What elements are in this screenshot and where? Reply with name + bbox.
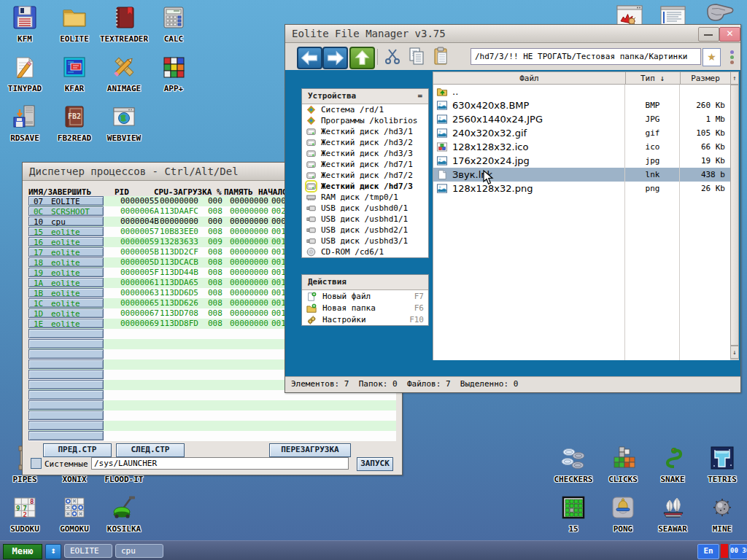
process-kill-button[interactable] bbox=[28, 370, 104, 379]
desktop-icon-kfar[interactable]: KFAR bbox=[50, 54, 99, 93]
paste-button[interactable] bbox=[431, 46, 452, 66]
language-indicator[interactable]: En bbox=[697, 544, 719, 559]
cut-button[interactable] bbox=[382, 46, 403, 66]
devices-panel-header[interactable]: Устройства = bbox=[302, 89, 428, 104]
desktop-icon-tetris[interactable]: TETRIS bbox=[697, 445, 747, 484]
scrollbar-thumb[interactable] bbox=[730, 85, 739, 346]
next-page-button[interactable]: СЛЕД.СТР bbox=[116, 443, 185, 457]
device-item[interactable]: USB диск /usbhd2/1 bbox=[302, 225, 428, 236]
process-kill-button[interactable]: 17eolite bbox=[28, 247, 104, 257]
menu-button[interactable]: Меню bbox=[3, 544, 42, 559]
device-item[interactable]: Программы /kolibrios bbox=[302, 115, 428, 126]
desktop-icon-textreader[interactable]: TEXTREADER bbox=[99, 4, 149, 44]
process-kill-button[interactable] bbox=[28, 339, 104, 349]
process-kill-button[interactable] bbox=[28, 431, 104, 440]
process-kill-button[interactable] bbox=[28, 411, 104, 420]
process-kill-button[interactable] bbox=[28, 359, 104, 369]
desktop-icon-app-[interactable]: APP+ bbox=[149, 54, 198, 93]
desktop-icon-checkers[interactable]: CHECKERS bbox=[549, 445, 598, 484]
up-button[interactable] bbox=[349, 47, 375, 69]
process-kill-button[interactable] bbox=[28, 380, 104, 389]
device-item[interactable]: USB диск /usbhd3/1 bbox=[302, 236, 428, 246]
device-item[interactable]: Жесткий диск /hd7/1 bbox=[302, 159, 428, 170]
desktop-icon-15[interactable]: 15 bbox=[549, 494, 598, 534]
device-item[interactable]: USB диск /usbhd1/1 bbox=[302, 214, 428, 225]
desktop-icon-eolite[interactable]: EOLITE bbox=[50, 4, 99, 44]
process-kill-button[interactable]: 07EOLITE bbox=[28, 196, 104, 206]
column-size[interactable]: Размер bbox=[680, 74, 731, 83]
scroll-up-button[interactable]: ↑ bbox=[730, 71, 739, 85]
device-item[interactable]: RAM диск /tmp0/1 bbox=[302, 192, 428, 203]
desktop-icon-kosilka[interactable]: KOSILKA bbox=[99, 494, 149, 534]
desktop-icon-partial[interactable] bbox=[700, 0, 738, 26]
action-item[interactable]: НастройкиF10 bbox=[302, 314, 428, 325]
desktop-icon-animage[interactable]: ANIMAGE bbox=[99, 54, 149, 93]
process-kill-button[interactable] bbox=[28, 400, 104, 410]
file-row[interactable]: .. bbox=[433, 85, 731, 98]
process-kill-button[interactable]: 16eolite bbox=[28, 237, 104, 246]
collapse-icon[interactable]: = bbox=[417, 89, 422, 104]
eolite-titlebar[interactable]: Eolite File Manager v3.75 ✕ bbox=[285, 25, 740, 43]
desktop-icon-fb2read[interactable]: FB2FB2READ bbox=[50, 104, 99, 143]
file-row[interactable]: Звук.lnklnk438 b bbox=[433, 168, 731, 182]
device-item[interactable]: Жесткий диск /hd3/2 bbox=[302, 137, 428, 148]
desktop-icon-tinypad[interactable]: TINYPAD bbox=[0, 54, 50, 93]
process-kill-button[interactable]: 10cpu bbox=[28, 217, 104, 226]
process-kill-button[interactable]: 1Deolite bbox=[28, 308, 104, 318]
copy-button[interactable] bbox=[406, 46, 427, 66]
process-kill-button[interactable] bbox=[28, 421, 104, 430]
desktop-icon-clicks[interactable]: CLICKS bbox=[598, 445, 648, 484]
process-kill-button[interactable]: 1Eeolite bbox=[28, 319, 104, 328]
forward-button[interactable] bbox=[322, 47, 348, 69]
desktop-icon-sudoku[interactable]: 8972SUDOKU bbox=[0, 494, 50, 534]
file-row[interactable]: 128x128x32.icoico66 Kb bbox=[433, 140, 731, 154]
desktop-icon-pong[interactable]: PONG bbox=[598, 494, 648, 534]
prev-page-button[interactable]: ПРЕД.СТР bbox=[43, 443, 112, 457]
clock[interactable]: 00 36 bbox=[729, 544, 747, 559]
device-item[interactable]: Жесткий диск /hd7/3 bbox=[302, 181, 428, 192]
scroll-down-button[interactable]: ↓ bbox=[730, 346, 739, 359]
minimize-all-button[interactable]: ↕ bbox=[45, 544, 61, 559]
action-item[interactable]: Новая папкаF6 bbox=[302, 302, 428, 314]
file-row[interactable]: 630x420x8.BMPBMP260 Kb bbox=[433, 98, 731, 112]
process-kill-button[interactable]: 1Aeolite bbox=[28, 278, 104, 287]
process-kill-button[interactable]: 0CSCRSHOOT bbox=[28, 206, 104, 216]
minimize-button[interactable] bbox=[698, 27, 719, 42]
device-item[interactable]: Жесткий диск /hd3/3 bbox=[302, 148, 428, 159]
run-button[interactable]: ЗАПУСК bbox=[357, 457, 393, 471]
menu-dots-button[interactable] bbox=[729, 49, 735, 65]
task-button-cpu[interactable]: cpu bbox=[115, 544, 163, 558]
process-kill-button[interactable]: 19eolite bbox=[28, 268, 104, 277]
process-kill-button[interactable] bbox=[28, 349, 104, 359]
action-item[interactable]: Новый файлF7 bbox=[302, 290, 428, 302]
file-row[interactable]: 240x320x32.gifgif105 Kb bbox=[433, 126, 731, 140]
device-item[interactable]: Система /rd/1 bbox=[302, 104, 428, 115]
reboot-button[interactable]: ПЕРЕЗАГРУЗКА bbox=[269, 443, 351, 457]
desktop-icon-snake[interactable]: SNAKE bbox=[648, 445, 697, 484]
desktop-icon-webview[interactable]: WEBVIEW bbox=[99, 104, 149, 143]
desktop-icon-gomoku[interactable]: GOMOKU bbox=[50, 494, 99, 534]
device-item[interactable]: USB диск /usbhd0/1 bbox=[302, 203, 428, 214]
bookmark-star-button[interactable]: ★ bbox=[703, 48, 721, 66]
desktop-icon-rdsave[interactable]: RDSAVE bbox=[0, 104, 50, 143]
file-list-scrollbar[interactable]: ↑ ↓ bbox=[730, 71, 739, 360]
back-button[interactable] bbox=[297, 47, 322, 69]
process-kill-button[interactable]: 1Ceolite bbox=[28, 298, 104, 308]
process-kill-button[interactable]: 15eolite bbox=[28, 227, 104, 236]
desktop-icon-kfm[interactable]: KFM bbox=[0, 4, 50, 44]
desktop-icon-seawar[interactable]: SEAWAR bbox=[648, 494, 697, 534]
desktop-icon-calc[interactable]: CALC bbox=[149, 4, 198, 44]
launcher-input[interactable] bbox=[91, 457, 349, 470]
process-kill-button[interactable] bbox=[28, 329, 104, 338]
device-item[interactable]: CD-ROM /cd6/1 bbox=[302, 246, 428, 257]
file-row[interactable]: 176x220x24.jpgjpg19 Kb bbox=[433, 154, 731, 168]
process-kill-button[interactable]: 1Beolite bbox=[28, 288, 104, 298]
address-bar[interactable] bbox=[471, 48, 701, 65]
file-row[interactable]: 2560x1440x24.JPGJPG1 Mb bbox=[433, 112, 731, 126]
close-button[interactable]: ✕ bbox=[719, 27, 740, 42]
task-button-eolite[interactable]: EOLITE bbox=[64, 544, 112, 558]
process-kill-button[interactable]: 18eolite bbox=[28, 257, 104, 267]
file-row[interactable]: 128x128x32.pngpng26 Kb bbox=[433, 182, 731, 195]
column-type[interactable]: Тип ↓ bbox=[625, 74, 680, 83]
device-item[interactable]: Жесткий диск /hd7/2 bbox=[302, 170, 428, 181]
